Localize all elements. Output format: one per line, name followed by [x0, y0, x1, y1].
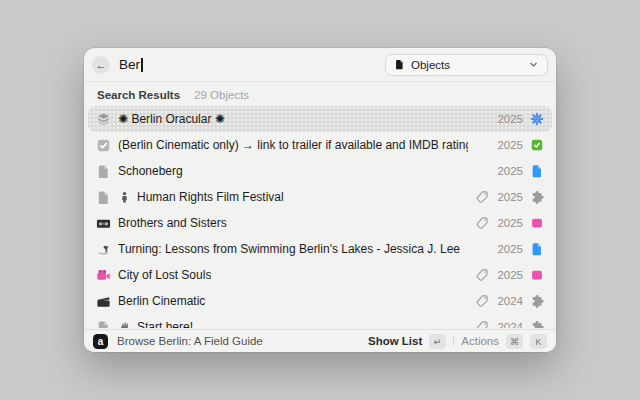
quick-search-window: ← Ber Objects Search Results 29 Objects … [84, 48, 556, 352]
videocassette-icon [96, 216, 111, 231]
cmd-key-badge: ⌘ [506, 334, 523, 349]
row-title: Schoneberg [118, 164, 183, 178]
row-title: Human Rights Film Festival [137, 190, 284, 204]
page-icon [394, 59, 405, 70]
puzzle-badge [530, 190, 544, 204]
result-row[interactable]: City of Lost Souls 2025 [88, 262, 552, 288]
page-icon [96, 164, 111, 179]
row-year: 2024 [496, 295, 523, 307]
app-logo: a [93, 334, 108, 349]
results-count: 29 Objects [194, 89, 249, 101]
result-row[interactable]: Start here! 2024 [88, 314, 552, 328]
tag-icon [475, 320, 489, 328]
result-row[interactable]: (Berlin Cinematic only) → link to traile… [88, 132, 552, 158]
green-check-badge [530, 138, 544, 152]
results-list: ✺ Berlin Oracular ✺ 2025 (Berlin Cinemat… [84, 104, 556, 328]
back-button[interactable]: ← [92, 56, 110, 74]
row-year: 2025 [496, 113, 523, 125]
show-list-button[interactable]: Show List [368, 335, 422, 347]
page-icon [96, 190, 111, 205]
layers-icon [96, 112, 111, 127]
row-title: Start here! [137, 320, 193, 328]
tag-icon [475, 216, 489, 230]
footer-bar: a Browse Berlin: A Field Guide Show List… [84, 329, 556, 352]
result-row[interactable]: ✺ Berlin Oracular ✺ 2025 [88, 106, 552, 132]
pink-camera-icon [96, 268, 111, 283]
clapperboard-icon [96, 294, 111, 309]
arrow-left-icon: ← [96, 59, 107, 71]
puzzle-badge [530, 320, 544, 328]
dropdown-label: Objects [411, 59, 450, 71]
search-header: ← Ber Objects [84, 48, 556, 82]
chevron-down-icon [528, 59, 539, 70]
blue-gear-badge [530, 112, 544, 126]
results-label: Search Results [97, 89, 180, 101]
tag-icon [475, 268, 489, 282]
enter-key-badge: ↵ [429, 334, 446, 349]
search-input[interactable]: Ber [119, 57, 143, 72]
person-icon [118, 191, 131, 204]
row-title: Berlin Cinematic [118, 294, 205, 308]
row-year: 2025 [496, 269, 523, 281]
row-year: 2025 [496, 191, 523, 203]
footer-divider [453, 336, 454, 346]
search-query-text: Ber [119, 57, 140, 72]
actions-button[interactable]: Actions [461, 335, 499, 347]
result-row[interactable]: Turning: Lessons from Swimming Berlin's … [88, 236, 552, 262]
blue-page-badge [530, 242, 544, 256]
swan-icon [96, 242, 111, 257]
row-year: 2025 [496, 243, 523, 255]
app-title: Browse Berlin: A Field Guide [117, 335, 263, 347]
row-title: Brothers and Sisters [118, 216, 227, 230]
result-row[interactable]: Human Rights Film Festival 2025 [88, 184, 552, 210]
row-title: Turning: Lessons from Swimming Berlin's … [118, 242, 460, 256]
results-header: Search Results 29 Objects [84, 82, 556, 104]
pink-square-badge [530, 216, 544, 230]
row-title: ✺ Berlin Oracular ✺ [118, 112, 225, 126]
result-row[interactable]: Schoneberg 2025 [88, 158, 552, 184]
row-year: 2025 [496, 217, 523, 229]
row-year: 2025 [496, 165, 523, 177]
checkbox-checked-icon [96, 138, 111, 153]
row-year: 2024 [496, 321, 523, 328]
pink-square-badge [530, 268, 544, 282]
text-cursor [141, 58, 143, 72]
row-year: 2025 [496, 139, 523, 151]
waving-hand-icon [118, 321, 131, 329]
tag-icon [475, 190, 489, 204]
page-icon [96, 320, 111, 329]
tag-icon [475, 294, 489, 308]
puzzle-badge [530, 294, 544, 308]
result-row[interactable]: Berlin Cinematic 2024 [88, 288, 552, 314]
result-row[interactable]: Brothers and Sisters 2025 [88, 210, 552, 236]
k-key-badge: K [530, 334, 547, 349]
row-title: (Berlin Cinematic only) → link to traile… [118, 138, 468, 152]
app-logo-letter: a [98, 336, 104, 347]
object-type-dropdown[interactable]: Objects [385, 54, 548, 76]
row-title: City of Lost Souls [118, 268, 211, 282]
blue-page-badge [530, 164, 544, 178]
